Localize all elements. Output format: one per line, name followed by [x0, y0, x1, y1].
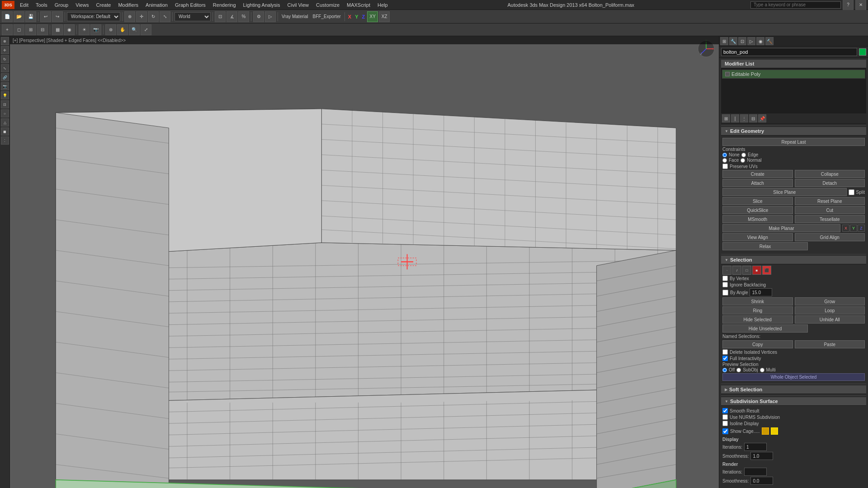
constraint-normal-radio[interactable] — [741, 158, 745, 163]
rp-modify-icon[interactable]: 🔧 — [729, 37, 737, 45]
vp-pan[interactable]: ✋ — [117, 24, 128, 35]
preview-subobj-radio[interactable] — [736, 368, 741, 372]
constraint-edge-radio[interactable] — [741, 153, 746, 157]
move-btn[interactable]: ✛ — [136, 11, 147, 22]
menu-modifiers[interactable]: Modifiers — [114, 1, 142, 9]
attach-btn[interactable]: Attach — [722, 179, 793, 187]
render-smoothness-input[interactable] — [750, 477, 773, 485]
make-planar-y[interactable]: Y — [850, 225, 857, 232]
axis-plane-btn[interactable]: XZ — [379, 11, 390, 22]
msmooth-btn[interactable]: MSmooth — [722, 215, 793, 223]
menu-views[interactable]: Views — [72, 1, 92, 9]
menu-edit[interactable]: Edit — [16, 1, 32, 9]
menu-customize[interactable]: Customize — [312, 1, 343, 9]
menu-help[interactable]: Help — [374, 1, 392, 9]
angle-input[interactable] — [750, 288, 772, 296]
vp-cam[interactable]: 📷 — [90, 24, 101, 35]
relax-btn[interactable]: Relax — [722, 242, 808, 250]
whole-object-btn[interactable]: Whole Object Selected — [722, 373, 865, 381]
menu-tools[interactable]: Tools — [32, 1, 51, 9]
edit-geometry-header[interactable]: ▼ Edit Geometry — [721, 127, 866, 136]
mod-icon2[interactable]: | — [731, 114, 739, 122]
help-btn[interactable]: ? — [843, 0, 854, 10]
lt-move[interactable]: ✛ — [1, 46, 9, 54]
split-checkbox[interactable] — [849, 189, 854, 195]
percent-snap-btn[interactable]: % — [238, 11, 249, 22]
save-btn[interactable]: 💾 — [25, 11, 36, 22]
create-btn[interactable]: Create — [722, 170, 793, 178]
soft-selection-header[interactable]: ▶ Soft Selection — [721, 385, 866, 394]
vp-light[interactable]: ☀ — [79, 24, 90, 35]
select-btn[interactable]: ⊕ — [124, 11, 135, 22]
object-name-input[interactable] — [721, 48, 857, 56]
redo-btn[interactable]: ↪ — [52, 11, 63, 22]
display-smoothness-input[interactable] — [750, 452, 773, 460]
grow-btn[interactable]: Grow — [795, 297, 865, 305]
slice-plane-btn[interactable]: Slice Plane — [722, 188, 847, 196]
cut-btn[interactable]: Cut — [795, 206, 865, 214]
scale-btn[interactable]: ⤡ — [160, 11, 170, 22]
detach-btn[interactable]: Detach — [795, 179, 865, 187]
mod-icon3[interactable]: ⋮ — [740, 114, 748, 122]
loop-btn[interactable]: Loop — [795, 306, 865, 314]
mod-icon1[interactable]: ⊞ — [722, 114, 730, 122]
preserve-uvs-checkbox[interactable] — [722, 164, 728, 169]
smooth-result-checkbox[interactable] — [722, 408, 728, 413]
rp-utilities-icon[interactable]: 🔨 — [765, 37, 774, 45]
cage-color2[interactable] — [771, 427, 778, 435]
isoline-checkbox[interactable] — [722, 421, 728, 426]
lt-link[interactable]: 🔗 — [1, 73, 9, 81]
menu-animation[interactable]: Animation — [142, 1, 171, 9]
vp-zoomex[interactable]: ⤢ — [141, 24, 151, 35]
subdivision-surface-header[interactable]: ▼ Subdivision Surface — [721, 397, 866, 406]
axis-constraints-btn[interactable]: XY — [367, 11, 378, 22]
snap-btn[interactable]: ⊡ — [215, 11, 226, 22]
lt-shapes[interactable]: △ — [1, 118, 9, 127]
vp-material[interactable]: ◉ — [64, 24, 75, 35]
rp-motion-icon[interactable]: ▷ — [747, 37, 755, 45]
viewport-canvas[interactable]: [+] [Perspective] [Shaded + Edged Faces]… — [10, 36, 719, 488]
lt-scale[interactable]: ⤡ — [1, 64, 9, 72]
rp-create-icon[interactable]: ⊞ — [720, 37, 728, 45]
reference-dropdown[interactable]: World — [175, 12, 211, 21]
preview-off-radio[interactable] — [722, 368, 727, 372]
copy-btn[interactable]: Copy — [722, 340, 793, 348]
unhide-all-btn[interactable]: Unhide All — [795, 315, 865, 324]
lt-modifiers[interactable]: ◼ — [1, 127, 9, 136]
preview-multi-radio[interactable] — [760, 368, 764, 372]
lt-space[interactable]: ○ — [1, 109, 9, 117]
sel-border-icon[interactable]: □ — [742, 266, 751, 275]
lt-select[interactable]: ⊕ — [1, 37, 9, 45]
open-btn[interactable]: 📂 — [14, 11, 24, 22]
ring-btn[interactable]: Ring — [722, 306, 793, 314]
hide-unselected-btn[interactable]: Hide Unselected — [722, 324, 808, 333]
ignore-backfacing-checkbox[interactable] — [722, 282, 728, 287]
quickslice-btn[interactable]: QuickSlice — [722, 206, 793, 214]
lt-camera[interactable]: 📷 — [1, 82, 9, 90]
use-nurms-checkbox[interactable] — [722, 414, 728, 420]
menu-graph-editors[interactable]: Graph Editors — [171, 1, 209, 9]
menu-create[interactable]: Create — [92, 1, 114, 9]
search-input[interactable] — [750, 1, 841, 9]
cage-color1[interactable] — [762, 427, 769, 435]
reset-plane-btn[interactable]: Reset Plane — [795, 197, 865, 205]
angle-snap-btn[interactable]: ∡ — [226, 11, 237, 22]
collapse-btn[interactable]: Collapse — [795, 170, 865, 178]
tessellate-btn[interactable]: Tessellate — [795, 215, 865, 223]
rp-hierarchy-icon[interactable]: ⊡ — [738, 37, 746, 45]
make-planar-x[interactable]: X — [842, 225, 849, 232]
mod-icon5[interactable]: 📌 — [758, 114, 766, 122]
editable-poly-item[interactable]: Editable Poly — [722, 70, 865, 79]
render-setup-btn[interactable]: ⚙ — [253, 11, 264, 22]
lt-helpers[interactable]: ⊡ — [1, 100, 9, 108]
grid-align-btn[interactable]: Grid Align — [795, 233, 865, 241]
render-btn[interactable]: ▷ — [265, 11, 276, 22]
menu-group[interactable]: Group — [51, 1, 72, 9]
modifier-list-header[interactable]: Modifier List — [721, 60, 866, 68]
mod-icon4[interactable]: ⊟ — [749, 114, 757, 122]
slice-btn[interactable]: Slice — [722, 197, 793, 205]
by-vertex-checkbox[interactable] — [722, 276, 728, 281]
make-planar-z[interactable]: Z — [858, 225, 865, 232]
close-btn[interactable]: ✕ — [855, 0, 866, 10]
display-iterations-input[interactable] — [744, 443, 767, 451]
